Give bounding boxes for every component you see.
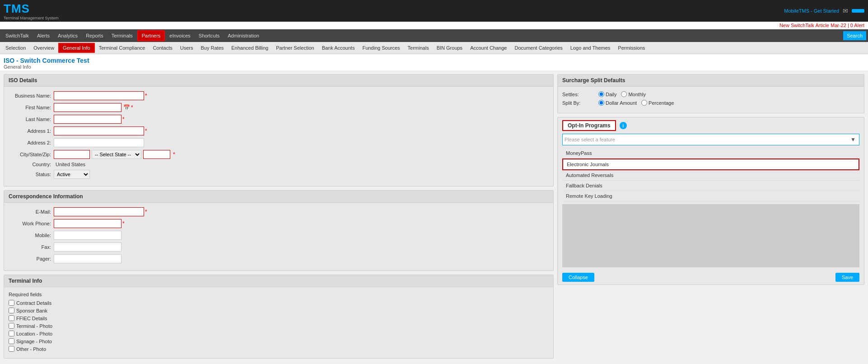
calendar-icon[interactable]: 📅	[123, 104, 130, 111]
work-phone-label: Work Phone:	[9, 221, 54, 226]
checkbox-contract-details-input[interactable]	[9, 300, 14, 306]
subnav-general-info[interactable]: General Info	[58, 43, 95, 53]
nav-search[interactable]: Search	[843, 31, 866, 40]
status-select[interactable]: Active Inactive	[54, 170, 90, 179]
work-phone-required: *	[122, 220, 125, 227]
subnav-contacts[interactable]: Contacts	[149, 44, 176, 52]
settles-daily-radio[interactable]	[598, 91, 604, 97]
opt-in-list: MoneyPass Electronic Journals Automated …	[562, 148, 859, 201]
state-select[interactable]: -- Select State --	[92, 150, 141, 159]
checkbox-ffiec: FFIEC Details	[9, 315, 549, 321]
nav-terminals[interactable]: Terminals	[108, 31, 136, 40]
checkbox-signage-photo-label: Signage - Photo	[16, 339, 52, 344]
first-name-input[interactable]	[54, 103, 121, 112]
feature-select[interactable]: Please select a feature MoneyPass Electr…	[562, 134, 859, 145]
fax-input[interactable]	[54, 243, 121, 252]
left-panel: ISO Details Business Name: * First Name:…	[4, 74, 554, 359]
page-title: ISO - Switch Commerce Test	[4, 57, 864, 64]
last-name-label: Last Name:	[9, 117, 54, 122]
address1-input[interactable]	[54, 126, 144, 135]
checkbox-sponsor-bank-input[interactable]	[9, 308, 14, 313]
checkbox-sponsor-bank: Sponsor Bank	[9, 308, 549, 313]
content-area: ISO Details Business Name: * First Name:…	[0, 70, 868, 362]
first-name-required: *	[131, 104, 133, 111]
pager-label: Pager:	[9, 256, 54, 261]
top-action-button[interactable]	[852, 9, 864, 13]
subnav-permissions[interactable]: Permissions	[614, 44, 649, 52]
opt-in-title-btn[interactable]: Opt-In Programs	[562, 120, 616, 131]
subnav-terminals[interactable]: Terminals	[404, 44, 433, 52]
checkbox-ffiec-label: FFIEC Details	[16, 316, 47, 321]
subnav-logo-themes[interactable]: Logo and Themes	[567, 44, 614, 52]
checkbox-terminal-photo-input[interactable]	[9, 323, 14, 329]
required-fields-label: Required fields	[9, 292, 549, 297]
email-icon[interactable]: ✉	[843, 7, 848, 14]
last-name-input[interactable]	[54, 115, 121, 124]
checkbox-other-photo-label: Other - Photo	[16, 346, 46, 352]
subnav-account-change[interactable]: Account Change	[467, 44, 510, 52]
city-input[interactable]	[54, 150, 90, 159]
checkbox-contract-details: Contract Details	[9, 300, 549, 306]
correspondence-section: Correspondence Information E-Mail: * Wor…	[4, 190, 554, 271]
business-name-row: Business Name: *	[9, 91, 549, 100]
nav-analytics[interactable]: Analytics	[54, 31, 81, 40]
address2-input[interactable]	[54, 138, 144, 147]
nav-shortcuts[interactable]: Shortcuts	[195, 31, 223, 40]
subnav-selection[interactable]: Selection	[2, 44, 29, 52]
top-right-area: MobileTMS - Get Started ✉	[784, 7, 864, 14]
city-state-zip-group: -- Select State -- *	[54, 150, 175, 159]
subnav-users[interactable]: Users	[177, 44, 197, 52]
address1-label: Address 1:	[9, 128, 54, 134]
opt-in-automated-reversals[interactable]: Automated Reversals	[562, 170, 859, 181]
email-input[interactable]	[54, 207, 144, 216]
first-name-row: First Name: 📅 *	[9, 103, 549, 112]
page-bottom-buttons: Save Cancel	[0, 362, 868, 364]
address1-row: Address 1: *	[9, 126, 549, 135]
nav-switchtalk[interactable]: SwitchTalk	[2, 31, 33, 40]
work-phone-input[interactable]	[54, 219, 121, 228]
nav-partners[interactable]: Partners	[137, 30, 165, 41]
opt-in-info-icon[interactable]: i	[620, 122, 627, 129]
split-by-row: Split By: Dollar Amount Percentage	[562, 100, 859, 106]
checkbox-location-photo-input[interactable]	[9, 331, 14, 336]
mobile-input[interactable]	[54, 231, 121, 240]
sub-nav: Selection Overview General Info Terminal…	[0, 42, 868, 54]
settles-monthly-radio[interactable]	[621, 91, 627, 97]
business-name-input[interactable]	[54, 91, 144, 100]
subnav-terminal-compliance[interactable]: Terminal Compliance	[95, 44, 149, 52]
subnav-overview[interactable]: Overview	[30, 44, 58, 52]
split-pct-radio[interactable]	[641, 100, 647, 106]
collapse-button[interactable]: Collapse	[562, 273, 594, 282]
split-radio-group: Dollar Amount Percentage	[598, 100, 674, 106]
subnav-partner-selection[interactable]: Partner Selection	[272, 44, 317, 52]
subnav-bin-groups[interactable]: BIN Groups	[433, 44, 466, 52]
subnav-document-categories[interactable]: Document Categories	[511, 44, 566, 52]
settles-row: Settles: Daily Monthly	[562, 91, 859, 97]
checkbox-signage-photo-input[interactable]	[9, 338, 14, 344]
terminal-info-title: Terminal Info	[4, 275, 553, 287]
subnav-bank-accounts[interactable]: Bank Accounts	[318, 44, 359, 52]
surcharge-title: Surcharge Split Defaults	[558, 75, 864, 87]
logo-area: TMS Terminal Management System	[4, 2, 59, 20]
right-panel: Surcharge Split Defaults Settles: Daily …	[557, 74, 864, 359]
zip-input[interactable]	[143, 150, 170, 159]
subnav-funding-sources[interactable]: Funding Sources	[359, 44, 403, 52]
pager-input[interactable]	[54, 254, 121, 263]
nav-alerts[interactable]: Alerts	[33, 31, 53, 40]
nav-administration[interactable]: Administration	[224, 31, 263, 40]
opt-in-save-button[interactable]: Save	[835, 273, 859, 282]
subnav-enhanced-billing[interactable]: Enhanced Billing	[228, 44, 272, 52]
business-name-required: *	[145, 93, 147, 99]
nav-einvoices[interactable]: eInvoices	[166, 31, 194, 40]
fax-label: Fax:	[9, 244, 54, 250]
split-dollar-radio[interactable]	[598, 100, 604, 106]
opt-in-electronic-journals[interactable]: Electronic Journals	[562, 159, 859, 170]
nav-reports[interactable]: Reports	[82, 31, 107, 40]
checkbox-other-photo-input[interactable]	[9, 346, 14, 352]
mobiletms-link[interactable]: MobileTMS - Get Started	[784, 8, 839, 14]
opt-in-remote-key-loading[interactable]: Remote Key Loading	[562, 191, 859, 201]
checkbox-ffiec-input[interactable]	[9, 315, 14, 321]
opt-in-fallback-denials[interactable]: Fallback Denials	[562, 181, 859, 191]
opt-in-moneypass[interactable]: MoneyPass	[562, 148, 859, 159]
subnav-buy-rates[interactable]: Buy Rates	[197, 44, 228, 52]
